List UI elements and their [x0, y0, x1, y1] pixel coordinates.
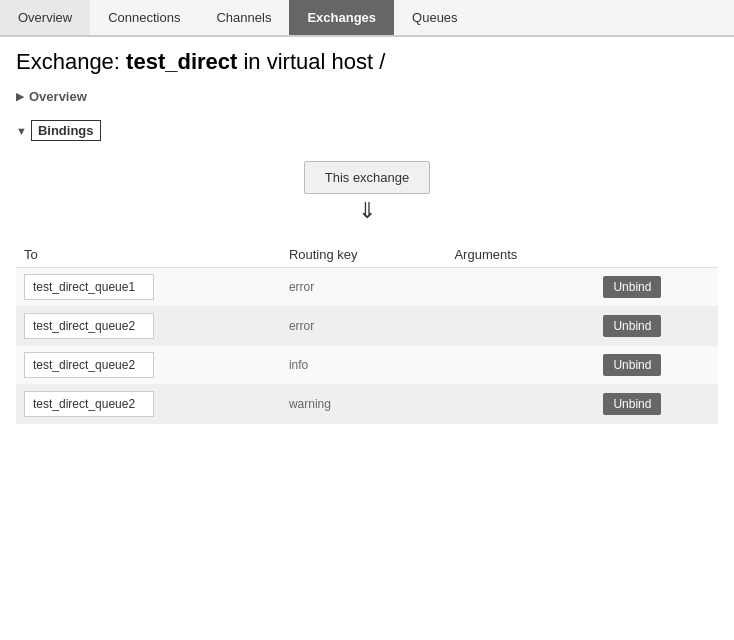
unbind-button[interactable]: Unbind: [603, 315, 661, 337]
bindings-tbody: test_direct_queue1errorUnbindtest_direct…: [16, 268, 718, 424]
nav-tab-queues[interactable]: Queues: [394, 0, 476, 35]
page-title: Exchange: test_direct in virtual host /: [16, 49, 718, 75]
unbind-cell: Unbind: [595, 307, 718, 346]
bindings-arrow-icon: ▼: [16, 125, 27, 137]
nav-tab-connections[interactable]: Connections: [90, 0, 198, 35]
col-header-arguments: Arguments: [446, 242, 595, 268]
unbind-cell: Unbind: [595, 268, 718, 307]
bindings-table: To Routing key Arguments test_direct_que…: [16, 242, 718, 424]
table-row: test_direct_queue2infoUnbind: [16, 346, 718, 385]
table-row: test_direct_queue2errorUnbind: [16, 307, 718, 346]
unbind-button[interactable]: Unbind: [603, 276, 661, 298]
nav-tabs: OverviewConnectionsChannelsExchangesQueu…: [0, 0, 734, 37]
unbind-button[interactable]: Unbind: [603, 354, 661, 376]
title-prefix: Exchange:: [16, 49, 126, 74]
queue-name: test_direct_queue2: [24, 313, 154, 339]
routing-key-cell: warning: [281, 385, 447, 424]
arguments-cell: [446, 307, 595, 346]
col-header-action: [595, 242, 718, 268]
table-row: test_direct_queue2warningUnbind: [16, 385, 718, 424]
bindings-header[interactable]: ▼ Bindings: [16, 116, 718, 145]
queue-name: test_direct_queue1: [24, 274, 154, 300]
to-cell: test_direct_queue1: [16, 268, 281, 307]
unbind-cell: Unbind: [595, 346, 718, 385]
bindings-section: ▼ Bindings This exchange ⇓ To Routing ke…: [16, 116, 718, 424]
unbind-cell: Unbind: [595, 385, 718, 424]
nav-tab-overview[interactable]: Overview: [0, 0, 90, 35]
to-cell: test_direct_queue2: [16, 346, 281, 385]
to-cell: test_direct_queue2: [16, 385, 281, 424]
exchange-name: test_direct: [126, 49, 237, 74]
nav-tab-exchanges[interactable]: Exchanges: [289, 0, 394, 35]
arguments-cell: [446, 346, 595, 385]
overview-label: Overview: [29, 89, 87, 104]
to-cell: test_direct_queue2: [16, 307, 281, 346]
routing-key-cell: error: [281, 268, 447, 307]
bindings-table-header: To Routing key Arguments: [16, 242, 718, 268]
overview-section[interactable]: ▶ Overview: [16, 85, 718, 108]
unbind-button[interactable]: Unbind: [603, 393, 661, 415]
down-arrow-icon: ⇓: [358, 200, 376, 222]
exchange-flow: This exchange ⇓: [16, 161, 718, 222]
queue-name: test_direct_queue2: [24, 391, 154, 417]
arguments-cell: [446, 268, 595, 307]
exchange-box: This exchange: [304, 161, 431, 194]
routing-key-cell: info: [281, 346, 447, 385]
routing-key-cell: error: [281, 307, 447, 346]
arguments-cell: [446, 385, 595, 424]
queue-name: test_direct_queue2: [24, 352, 154, 378]
col-header-to: To: [16, 242, 281, 268]
bindings-title: Bindings: [31, 120, 101, 141]
col-header-routing-key: Routing key: [281, 242, 447, 268]
nav-tab-channels[interactable]: Channels: [198, 0, 289, 35]
table-row: test_direct_queue1errorUnbind: [16, 268, 718, 307]
title-suffix: in virtual host /: [237, 49, 385, 74]
overview-arrow-icon: ▶: [16, 90, 24, 103]
